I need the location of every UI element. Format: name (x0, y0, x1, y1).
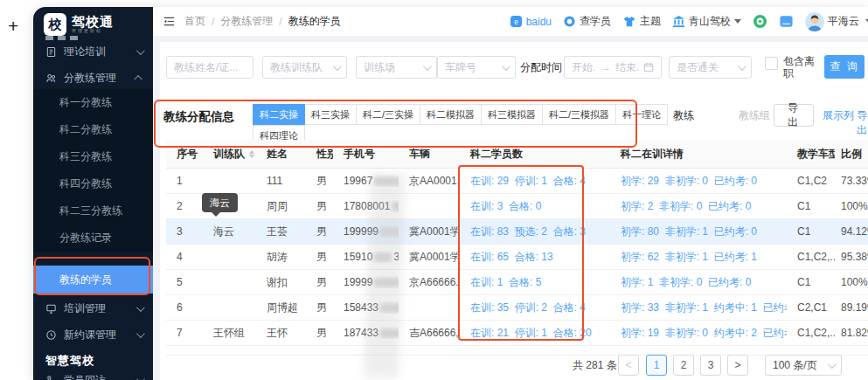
export-button[interactable]: 导 出 (774, 104, 814, 127)
team-icon (45, 73, 57, 84)
cell-name: 周周 (256, 199, 306, 214)
table-row: 2周周男17808001在训: 3 合格: 0初学: 2 非初学: 0 已约考:… (166, 194, 868, 219)
main-card: 教练姓名/证... 教练训练队 训练场 车牌号 分配时间 开始... → 结束.… (160, 42, 868, 380)
user-menu[interactable]: 平海云 (805, 12, 868, 31)
team-tooltip: 海云 (202, 193, 238, 212)
pagination-page-button[interactable]: 1 (646, 355, 667, 376)
include-resigned-checkbox[interactable] (765, 57, 778, 70)
sidebar-menu-item[interactable]: 学员回访 (33, 367, 153, 380)
breadcrumb-item[interactable]: 首页 (184, 14, 205, 29)
sidebar-subitem[interactable]: 科三分教练 (33, 143, 153, 170)
page-size-select[interactable]: 100 条/页 (765, 355, 842, 376)
breadcrumb-separator: / (212, 16, 214, 28)
include-resigned-checkbox-group: 包含离职 (765, 55, 823, 79)
sidebar-menu-item[interactable]: 培训管理 (33, 295, 153, 321)
pagination-page-button[interactable]: 3 (700, 355, 721, 376)
sidebar-item-coach-students[interactable]: 教练的学员 (33, 266, 153, 294)
sidebar-subitem[interactable]: 科二三分教练 (33, 197, 153, 225)
training-icon (45, 303, 57, 314)
assign-date-range-input[interactable]: 开始... → 结束... (564, 56, 662, 79)
pass-status-select[interactable]: 是否通关 (669, 56, 752, 79)
training-detail-link[interactable]: 初学: 1 非初学: 0 已约考: 0 (610, 275, 787, 290)
trainee-counts-link[interactable]: 在训: 29 停训: 1 合格: 4 (460, 174, 610, 189)
theme-button[interactable]: 主题 (622, 14, 661, 29)
sort-icon[interactable] (249, 150, 254, 158)
chevron-down-icon (136, 46, 145, 55)
cell-car-type: C1 (787, 276, 835, 288)
coach-name-input[interactable]: 教练姓名/证... (166, 56, 253, 79)
menu-fold-icon[interactable] (163, 15, 176, 28)
school-building-icon (672, 15, 685, 28)
trainee-counts-link[interactable]: 在训: 83 预选: 2 合格: 3 (460, 225, 610, 239)
sidebar-menu-item[interactable]: 分教练管理 (33, 65, 153, 91)
pagination-prev-button[interactable]: < (618, 355, 639, 376)
baidu-icon: e (510, 15, 523, 28)
pagination-page-button[interactable]: 2 (673, 355, 694, 376)
tab-item[interactable]: 科三实操 (304, 104, 357, 125)
tab-item[interactable]: 科三模拟器 (481, 104, 543, 125)
trainee-counts-link[interactable]: 在训: 21 停训: 1 合格: 20 (460, 326, 610, 341)
sidebar-menu-item[interactable]: 理论培训 (33, 38, 153, 65)
pagination-next-button[interactable]: > (727, 355, 748, 376)
phone-blur (380, 328, 399, 338)
tab-item[interactable]: 科二/三模拟器 (542, 104, 616, 125)
cell-gender: 男 (306, 225, 333, 239)
cell-car-type: C1,C2,... (787, 251, 835, 263)
training-detail-link[interactable]: 初学: 2 非初学: 0 已约考: 0 (610, 199, 787, 214)
tab-item[interactable]: 科二模拟器 (420, 104, 482, 125)
sidebar-menu-item[interactable]: 新约课管理 (33, 321, 153, 348)
coach-team-select[interactable]: 教练训练队 (262, 56, 347, 79)
school-selector[interactable]: 青山驾校 (672, 14, 741, 29)
training-detail-link[interactable]: 初学: 62 非初学: 1 已约考: 1 (610, 250, 787, 265)
trainee-counts-link[interactable]: 在训: 1 合格: 5 (460, 275, 610, 290)
top-header: 首页/分教练管理/教练的学员 e baidu 查学员 主题 青山驾校 (153, 7, 868, 37)
header-right: e baidu 查学员 主题 青山驾校 (510, 7, 868, 36)
tab-item[interactable]: 科二/三实操 (356, 104, 420, 125)
new-tab-button[interactable]: + (8, 17, 18, 35)
training-detail-link[interactable]: 初学: 19 非初学: 0 约考中: 2 已约考: 0 (610, 326, 787, 341)
pagination-total: 共 281 条 (573, 355, 617, 376)
breadcrumb: 首页/分教练管理/教练的学员 (184, 14, 341, 29)
cell-gender: 男 (306, 301, 333, 315)
table-row: 5谢扣男19999京A66666...在训: 1 合格: 5初学: 1 非初学:… (166, 270, 868, 295)
sidebar-subitem[interactable]: 科四分教练 (33, 170, 153, 197)
training-detail-link[interactable]: 初学: 80 非初学: 1 已约考: 0 (610, 225, 787, 239)
col-subject2-detail: 科二在训详情 (610, 147, 787, 162)
training-detail-link[interactable]: 初学: 33 非初学: 1 约考中: 1 已约考: 0 (610, 301, 787, 315)
search-button[interactable]: 查 询 (824, 55, 865, 79)
cell-phone: 158433 (333, 301, 399, 314)
training-detail-link[interactable]: 初学: 29 非初学: 0 已约考: 0 (610, 174, 787, 189)
sidebar-menu-bottom: 培训管理新约课管理 (33, 295, 153, 348)
show-columns-link[interactable]: 展示列 (823, 108, 854, 123)
cell-name: 王怀 (256, 326, 306, 341)
avatar (805, 12, 824, 31)
screenshot-root: + 校 驾校通 管理更轻松 理论培训分教练管理 科一分教练科二分教练科三分教练科… (0, 0, 868, 380)
trainee-counts-link[interactable]: 在训: 3 合格: 0 (460, 199, 610, 214)
breadcrumb-item[interactable]: 分教练管理 (220, 14, 273, 29)
sidebar-subitem[interactable]: 科二分教练 (33, 116, 153, 143)
col-car-type: 教学车型 (787, 147, 835, 162)
tab-item[interactable]: 科一理论 (615, 104, 668, 125)
student-lookup-button[interactable]: 查学员 (563, 14, 611, 29)
monitor-icon[interactable] (779, 14, 794, 29)
tab-item[interactable]: 科二实操 (253, 104, 305, 125)
trainee-counts-link[interactable]: 在训: 65 合格: 13 (460, 250, 610, 265)
chevron-down-icon (136, 375, 145, 380)
sidebar-subitem[interactable]: 分教练记录 (33, 225, 153, 252)
app-window: 校 驾校通 管理更轻松 理论培训分教练管理 科一分教练科二分教练科三分教练科四分… (33, 7, 868, 380)
cell-car-type: C1,C2,... (787, 327, 835, 339)
training-field-select[interactable]: 训练场 (356, 56, 437, 79)
cell-name: 王荟 (256, 225, 306, 239)
baidu-link[interactable]: e baidu (510, 15, 552, 28)
chevron-down-icon (136, 303, 145, 312)
partial-row (166, 346, 868, 356)
security-badge-icon[interactable] (753, 14, 767, 29)
trainee-counts-link[interactable]: 在训: 35 停训: 2 合格: 4 (460, 301, 610, 315)
chevron-down-icon (828, 360, 837, 369)
sidebar-subitem[interactable]: 科一分教练 (33, 89, 153, 116)
cell-gender: 男 (306, 326, 333, 341)
cell-no: 7 (166, 327, 203, 339)
plate-number-select[interactable]: 车牌号 (437, 56, 516, 79)
phone-blur (374, 176, 399, 186)
cell-phone: 19967 (333, 175, 399, 187)
